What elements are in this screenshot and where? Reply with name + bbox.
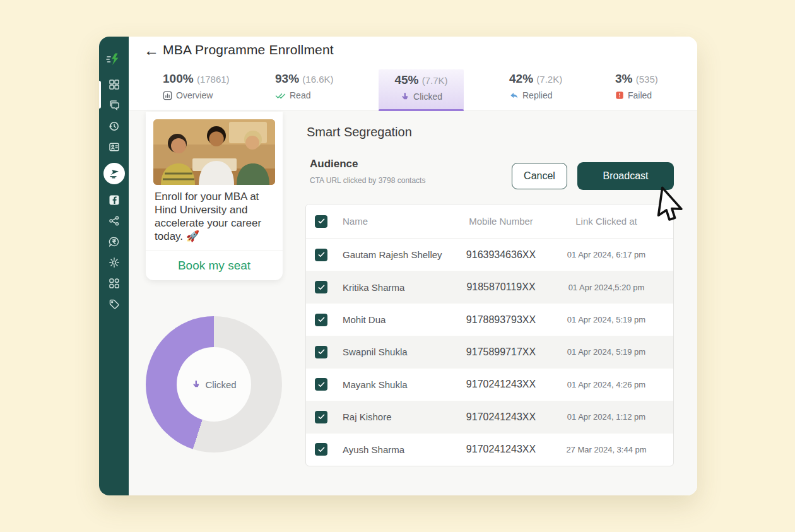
select-all-checkbox[interactable] bbox=[315, 215, 327, 228]
table-row: Swapnil Shukla 9175899717XX 01 Apr 2024,… bbox=[306, 336, 673, 368]
sidebar-item-history[interactable] bbox=[108, 120, 121, 133]
history-clock-icon bbox=[109, 121, 120, 132]
contact-mobile: 9170241243XX bbox=[454, 379, 548, 390]
contact-clicked-at: 01 Apr 2024, 1:12 pm bbox=[548, 412, 664, 422]
table-row: Kritika Sharma 9185870119XX 01 Apr 2024,… bbox=[306, 271, 673, 303]
campaign-message-text: Enroll for your MBA at Hind University a… bbox=[146, 190, 283, 251]
contact-clicked-at: 01 Apr 2024, 5:19 pm bbox=[548, 315, 664, 324]
clicked-count: (7.7K) bbox=[422, 75, 448, 86]
dashboard-grid-icon bbox=[109, 79, 120, 90]
contact-clicked-at: 01 Apr 2024, 5:19 pm bbox=[548, 347, 664, 357]
table-header-row: Name Mobile Number Link Clicked at bbox=[306, 204, 673, 239]
contact-name: Gautam Rajesh Shelley bbox=[336, 249, 454, 260]
check-icon bbox=[317, 251, 326, 259]
table-row: Mohit Dua 9178893793XX 01 Apr 2024, 5:19… bbox=[306, 304, 673, 336]
contact-name: Mayank Shukla bbox=[336, 379, 454, 390]
tab-replied[interactable]: 42% (7.2K) Replied bbox=[509, 69, 562, 111]
contact-name: Kritika Sharma bbox=[336, 282, 454, 293]
broadcast-button[interactable]: Broadcast bbox=[577, 162, 674, 190]
facebook-icon bbox=[109, 194, 120, 206]
tag-icon bbox=[109, 299, 120, 310]
contact-mobile: 9170241243XX bbox=[454, 411, 548, 423]
row-checkbox[interactable] bbox=[315, 411, 327, 423]
bar-chart-icon bbox=[163, 91, 172, 100]
tab-failed[interactable]: 3% (535) Failed bbox=[615, 69, 658, 111]
clicked-percent: 45% bbox=[394, 73, 418, 86]
tab-read-label: Read bbox=[290, 90, 310, 100]
contact-name: Mohit Dua bbox=[336, 314, 454, 325]
page-header: ← MBA Programme Enrollment bbox=[129, 37, 697, 64]
contacts-table: Name Mobile Number Link Clicked at Gauta… bbox=[305, 204, 674, 466]
check-icon bbox=[317, 413, 326, 421]
campaign-image bbox=[153, 119, 275, 185]
back-arrow-icon[interactable]: ← bbox=[144, 43, 159, 58]
sidebar-item-integrations[interactable] bbox=[108, 215, 121, 227]
sidebar-item-dashboard[interactable] bbox=[108, 78, 121, 91]
contact-name: Raj Kishore bbox=[336, 411, 454, 422]
failed-count: (535) bbox=[636, 74, 658, 85]
contact-mobile: 9163934636XX bbox=[454, 249, 548, 261]
header-clicked-at: Link Clicked at bbox=[548, 216, 664, 227]
failed-alert-icon bbox=[615, 91, 624, 100]
audience-caption: CTA URL clicked by 3798 contacts bbox=[310, 176, 425, 185]
row-checkbox[interactable] bbox=[315, 378, 327, 391]
cta-button[interactable]: Book my seat bbox=[146, 251, 283, 280]
row-checkbox[interactable] bbox=[315, 281, 327, 293]
tab-read[interactable]: 93% (16.6K) Read bbox=[275, 69, 334, 111]
app-window: ← MBA Programme Enrollment 100% (17861) … bbox=[99, 37, 697, 495]
donut-center-label: Clicked bbox=[191, 379, 236, 390]
table-row: Gautam Rajesh Shelley 9163934636XX 01 Ap… bbox=[306, 239, 673, 271]
contact-clicked-at: 27 Mar 2024, 3:44 pm bbox=[548, 445, 664, 454]
tab-overview[interactable]: 100% (17861) Overview bbox=[163, 69, 230, 111]
app-logo-icon[interactable] bbox=[106, 52, 122, 68]
sidebar-item-campaigns[interactable] bbox=[103, 163, 125, 184]
main-panel: ← MBA Programme Enrollment 100% (17861) … bbox=[129, 37, 697, 495]
table-body: Gautam Rajesh Shelley 9163934636XX 01 Ap… bbox=[306, 239, 673, 466]
row-checkbox[interactable] bbox=[315, 314, 327, 326]
table-row: Raj Kishore 9170241243XX 01 Apr 2024, 1:… bbox=[306, 401, 673, 433]
cancel-button[interactable]: Cancel bbox=[512, 163, 567, 189]
tab-clicked-label: Clicked bbox=[413, 92, 442, 102]
replied-count: (7.2K) bbox=[536, 74, 562, 85]
sidebar-item-facebook[interactable] bbox=[108, 194, 121, 206]
page-title: MBA Programme Enrollment bbox=[163, 42, 334, 57]
header-name: Name bbox=[336, 216, 454, 227]
check-icon bbox=[317, 381, 326, 389]
chats-icon bbox=[109, 100, 120, 111]
tab-replied-label: Replied bbox=[522, 90, 552, 100]
read-count: (16.6K) bbox=[302, 74, 333, 85]
sidebar-item-settings[interactable] bbox=[108, 256, 121, 269]
sidebar-item-contacts[interactable] bbox=[108, 141, 121, 153]
sidebar-scroll-indicator bbox=[99, 81, 101, 109]
sidebar-item-tags[interactable] bbox=[108, 298, 121, 310]
message-preview-card: Enroll for your MBA at Hind University a… bbox=[146, 112, 283, 280]
header-mobile: Mobile Number bbox=[454, 216, 548, 227]
row-checkbox[interactable] bbox=[315, 346, 327, 358]
tab-clicked[interactable]: 45% (7.7K) Clicked bbox=[379, 69, 464, 111]
read-percent: 93% bbox=[275, 72, 299, 85]
contact-mobile: 9185870119XX bbox=[454, 281, 548, 293]
donut-label-text: Clicked bbox=[205, 379, 236, 390]
row-checkbox[interactable] bbox=[315, 249, 327, 261]
contact-clicked-at: 01 Apr 2024,5:20 pm bbox=[548, 283, 664, 292]
sidebar-item-chats[interactable] bbox=[108, 99, 121, 112]
check-icon bbox=[317, 217, 326, 225]
tab-overview-label: Overview bbox=[176, 90, 213, 100]
section-title: Smart Segregation bbox=[307, 125, 412, 139]
reply-arrow-icon bbox=[509, 91, 519, 100]
rupee-chat-icon bbox=[109, 236, 120, 247]
replied-percent: 42% bbox=[509, 72, 533, 85]
failed-percent: 3% bbox=[615, 72, 632, 85]
sidebar-item-payments[interactable] bbox=[108, 235, 121, 248]
contact-mobile: 9178893793XX bbox=[454, 314, 548, 326]
contact-clicked-at: 01 Apr 2024, 6:17 pm bbox=[548, 250, 664, 259]
pointer-hand-icon bbox=[191, 380, 201, 389]
contact-mobile: 9175899717XX bbox=[454, 346, 548, 358]
row-checkbox[interactable] bbox=[315, 443, 327, 456]
contact-name: Ayush Sharma bbox=[336, 444, 454, 455]
contacts-card-icon bbox=[109, 141, 120, 153]
donut-chart: Clicked bbox=[146, 316, 282, 452]
overview-count: (17861) bbox=[197, 74, 230, 85]
sidebar-item-apps[interactable] bbox=[108, 277, 121, 290]
overview-percent: 100% bbox=[163, 72, 194, 85]
